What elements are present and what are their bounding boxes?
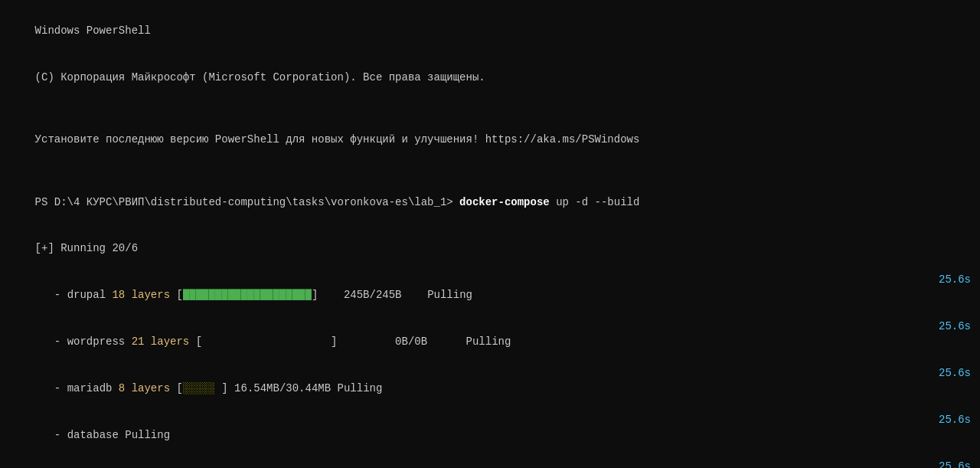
command-text: docker-compose	[459, 196, 550, 208]
drupal-label: - drupal	[47, 289, 112, 301]
mariadb-time: 25.6s	[923, 365, 971, 412]
drupal-bracket-close: ] 245B/245B Pulling	[312, 289, 472, 301]
database-left: - database Pulling	[9, 412, 923, 459]
line-blank1	[9, 101, 971, 116]
line-wordpress: - wordpress 21 layers [ ] 0B/0B Pulling …	[9, 319, 971, 365]
drupal-bracket-open: [	[170, 289, 183, 301]
mariadb-bracket-open: [	[170, 382, 183, 394]
drupal-time: 25.6s	[923, 272, 971, 319]
line-database: - database Pulling 25.6s	[9, 412, 971, 459]
wordpress-time: 25.6s	[923, 319, 971, 365]
line-command: PS D:\4 КУРС\РВИП\distributed-computing\…	[9, 178, 971, 225]
running-text: [+] Running 20/6	[35, 242, 138, 254]
update-text: Установите последнюю версию PowerShell д…	[35, 133, 640, 146]
wordpress-left: - wordpress 21 layers [ ] 0B/0B Pulling	[9, 319, 923, 365]
mariadb-label: - mariadb	[47, 382, 118, 394]
line-mariadb: - mariadb 8 layers [░░░░░ ] 16.54MB/30.4…	[9, 365, 971, 412]
line-copyright: (С) Корпорация Майкрософт (Microsoft Cor…	[9, 54, 971, 101]
terminal-window: Windows PowerShell (С) Корпорация Майкро…	[0, 0, 980, 468]
mariadb-bracket-close: ] 16.54MB/30.44MB Pulling	[221, 382, 382, 394]
line-blank2	[9, 163, 971, 178]
wiki-left: - wiki 13 layers [ ] 0B/0B Pulling	[9, 459, 923, 468]
title-text: Windows PowerShell	[35, 25, 151, 37]
line-running: [+] Running 20/6	[9, 225, 971, 272]
wordpress-bracket-open: [ ] 0B/0B Pulling	[189, 335, 511, 348]
wordpress-label: - wordpress	[47, 335, 131, 348]
line-drupal: - drupal 18 layers [████████████████████…	[9, 272, 971, 319]
database-time: 25.6s	[923, 412, 971, 459]
prompt-text: PS D:\4 КУРС\РВИП\distributed-computing\…	[35, 196, 460, 208]
drupal-left: - drupal 18 layers [████████████████████…	[9, 272, 923, 319]
drupal-progress: ████████████████████	[183, 289, 312, 301]
mariadb-layers: 8 layers	[119, 382, 170, 394]
line-update: Установите последнюю версию PowerShell д…	[9, 116, 971, 163]
copyright-text: (С) Корпорация Майкрософт (Microsoft Cor…	[35, 71, 485, 83]
mariadb-progress: ░░░░░	[183, 382, 221, 394]
drupal-layers: 18 layers	[112, 289, 170, 301]
wordpress-layers: 21 layers	[132, 335, 190, 348]
command-args: up -d --build	[550, 196, 640, 208]
line-title: Windows PowerShell	[9, 8, 971, 54]
mariadb-left: - mariadb 8 layers [░░░░░ ] 16.54MB/30.4…	[9, 365, 923, 412]
wiki-time: 25.6s	[923, 459, 971, 468]
database-text: - database Pulling	[47, 429, 170, 441]
line-wiki: - wiki 13 layers [ ] 0B/0B Pulling 25.6s	[9, 459, 971, 468]
